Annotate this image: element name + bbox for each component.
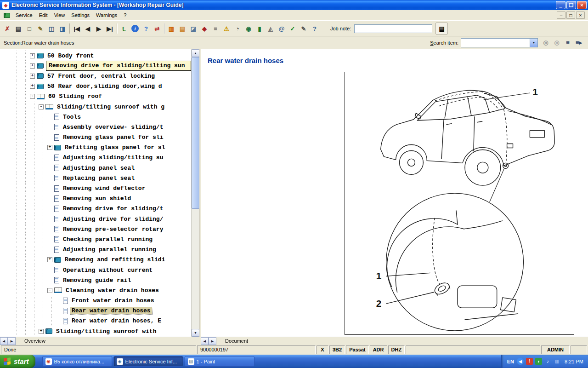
tree-item[interactable]: +58 Rear door,sliding door,wing d — [0, 81, 191, 92]
security-alert-icon[interactable]: ! — [526, 358, 533, 365]
tree-item[interactable]: Assembly overview- sliding/t — [0, 122, 191, 132]
body-repair-icon[interactable]: ◪ — [188, 23, 199, 34]
taskbar-task[interactable]: ◉B5 колко отливника... — [42, 356, 112, 367]
tree-item[interactable]: Removing wind deflector — [0, 183, 191, 193]
overview-scroll-left-button[interactable]: ◀ — [0, 337, 8, 345]
tree-item[interactable]: -Cleaning water drain hoses — [0, 285, 191, 295]
restore-button[interactable]: ❐ — [566, 1, 576, 9]
expand-plus-icon[interactable]: + — [39, 329, 44, 334]
nav-next-icon[interactable]: ▶ — [93, 23, 104, 34]
tree-item[interactable]: Adjusting parallel running — [0, 245, 191, 255]
info-icon[interactable]: i — [130, 23, 141, 34]
tree-item[interactable]: Removing glass panel for sli — [0, 132, 191, 143]
tab-overview[interactable]: Overview — [17, 337, 53, 345]
tree-item[interactable]: +50 Body front — [0, 51, 191, 61]
nav-prev-icon[interactable]: ◀ — [82, 23, 93, 34]
approvals-icon[interactable]: ✓ — [287, 23, 298, 34]
tree-item[interactable]: Removing guide rail — [0, 275, 191, 285]
search-item-input[interactable] — [461, 39, 530, 47]
start-button[interactable]: start — [0, 355, 35, 368]
search-item-combobox[interactable]: ▼ — [461, 38, 538, 47]
menu-item-5[interactable]: Warnings — [93, 11, 120, 19]
menu-item-1[interactable]: Service — [12, 11, 36, 19]
owners-manual-icon[interactable]: ▮ — [254, 23, 265, 34]
tree-item[interactable]: Tools — [0, 112, 191, 122]
scroll-up-button[interactable]: ▲ — [192, 49, 199, 57]
expand-plus-icon[interactable]: + — [47, 145, 52, 150]
online-icon[interactable]: ◉ — [243, 23, 254, 34]
taskbar-task[interactable]: ▨1 - Paint — [185, 356, 254, 367]
job-note-button[interactable]: ▤ — [435, 23, 448, 34]
expand-plus-icon[interactable]: + — [30, 63, 35, 69]
combo-dropdown-icon[interactable]: ▼ — [530, 39, 537, 47]
pane-splitter[interactable] — [199, 49, 201, 345]
hitlist-icon[interactable]: ≡ — [562, 38, 573, 48]
minimize-button[interactable]: _ — [556, 1, 565, 9]
print-icon[interactable]: ▤ — [13, 23, 24, 34]
tree-item[interactable]: Replacing panel seal — [0, 173, 191, 183]
tree-item[interactable]: Removing sun shield — [0, 194, 191, 204]
nav-first-icon[interactable]: |◀ — [71, 23, 82, 34]
menu-item-6[interactable]: ? — [120, 11, 130, 19]
bookmarks-icon[interactable]: ◆ — [199, 23, 210, 34]
tree-item[interactable]: +Sliding/tilting sunroof with — [0, 326, 191, 336]
exit-icon[interactable]: ✗ — [2, 23, 13, 34]
tree-scrollbar[interactable]: ▲ ▼ — [191, 49, 199, 337]
tree-item[interactable]: Rear water drain hoses, E — [0, 316, 191, 326]
new-document-icon[interactable]: □ — [24, 23, 35, 34]
edit-document-icon[interactable]: ✎ — [35, 23, 46, 34]
tree-item[interactable]: +Removing drive for sliding/tilting sun — [0, 61, 191, 71]
tree-item[interactable]: Front water drain hoses — [0, 296, 191, 306]
document-scroll-left-button[interactable]: ◀ — [201, 337, 209, 345]
expand-plus-icon[interactable]: + — [30, 74, 35, 79]
find-next-icon[interactable]: ◎ — [551, 38, 562, 48]
collapse-minus-icon[interactable]: - — [47, 288, 52, 293]
scroll-down-button[interactable]: ▼ — [192, 329, 199, 337]
mdi-minimize-button[interactable]: – — [557, 12, 565, 19]
tree-item[interactable]: Adjusting sliding/tilting su — [0, 153, 191, 163]
nav-last-icon[interactable]: ▶| — [104, 23, 115, 34]
hitlist-next-icon[interactable]: ≡▸ — [573, 38, 584, 48]
collapse-minus-icon[interactable]: - — [39, 104, 44, 109]
overview-scroll-right-button[interactable]: ▶ — [8, 337, 16, 345]
tree-item[interactable]: Removing drive for sliding/t — [0, 204, 191, 214]
tree-item[interactable]: -Sliding/tilting sunroof with g — [0, 102, 191, 112]
network-icon[interactable]: ▥ — [554, 358, 560, 365]
tab-document[interactable]: Document — [218, 337, 255, 345]
repair-manual-icon[interactable]: ▤ — [177, 23, 188, 34]
language-indicator[interactable]: EN — [507, 359, 514, 364]
close-button[interactable]: × — [577, 1, 587, 9]
service-schedules-icon[interactable]: ▥ — [166, 23, 177, 34]
tree-item[interactable]: Operating without current — [0, 265, 191, 275]
document-scroll-right-button[interactable]: ▶ — [209, 337, 216, 345]
scrollbar-thumb[interactable] — [192, 57, 199, 209]
menu-item-3[interactable]: View — [51, 11, 68, 19]
document-list-icon[interactable]: ≡ — [210, 23, 221, 34]
collapse-minus-icon[interactable]: - — [30, 94, 35, 99]
notes-icon[interactable]: ✎ — [298, 23, 309, 34]
mdi-close-button[interactable]: × — [576, 12, 585, 19]
compare-icon[interactable]: ⇄ — [152, 23, 163, 34]
menu-item-4[interactable]: Settings — [68, 11, 93, 19]
help-icon[interactable]: ? — [141, 23, 152, 34]
tree-item[interactable]: Adjusting drive for sliding/ — [0, 214, 191, 224]
expand-plus-icon[interactable]: + — [30, 84, 35, 89]
tree-item[interactable]: +57 Front door, central locking — [0, 71, 191, 81]
tools-icon[interactable]: ◭ — [265, 23, 276, 34]
messenger-icon[interactable]: ◗ — [535, 358, 542, 365]
taskbar-task[interactable]: ◈Electronic Service Inf... — [113, 356, 183, 367]
tree-item[interactable]: +Removing and refitting slidi — [0, 255, 191, 265]
menu-item-2[interactable]: Edit — [36, 11, 51, 19]
hidden-icons-chevron-icon[interactable]: ◀ — [517, 358, 524, 365]
tree-item[interactable]: +Refitting glass panel for sl — [0, 143, 191, 153]
volume-icon[interactable]: ♪ — [544, 358, 551, 365]
job-note-input[interactable] — [354, 24, 432, 33]
warnings-icon[interactable]: ⚠ — [221, 23, 232, 34]
expand-plus-icon[interactable]: + — [30, 53, 35, 58]
vehicle-icon[interactable]: ◨ — [57, 23, 68, 34]
service-history-icon[interactable]: ◔ — [232, 23, 243, 34]
tree-item[interactable]: Rear water drain hoses — [0, 306, 191, 316]
mdi-restore-button[interactable]: □ — [566, 12, 575, 19]
find-icon[interactable]: ◎ — [540, 38, 551, 48]
contacts-icon[interactable]: @ — [276, 23, 287, 34]
